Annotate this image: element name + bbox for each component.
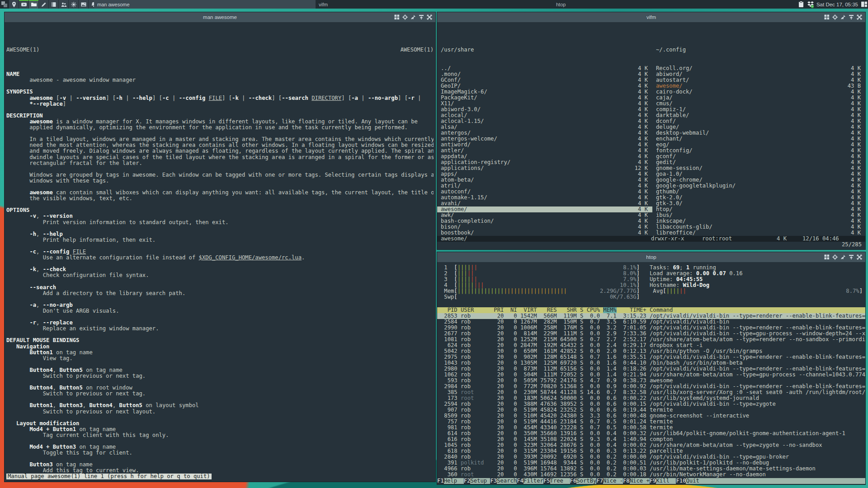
vifm-file-row[interactable]: enchant/4 K — [652, 136, 865, 142]
vifm-file-row[interactable]: aclocal/4 K — [437, 113, 652, 118]
vifm-file-row[interactable]: antler/4 K — [437, 148, 652, 154]
process-row[interactable]: 2990 rob 20 0 1006M 258M 176M S 0.0 3.2 … — [437, 325, 865, 331]
process-row[interactable]: 2984 rob 20 0 772M 70820 51368 S 0.0 0.9… — [437, 384, 865, 389]
dropbox-icon[interactable] — [807, 1, 814, 8]
process-row[interactable]: 1062 rob 20 0 504M 111M 72052 S 0.0 1.4 … — [437, 372, 865, 378]
vifm-file-row[interactable]: gtk-3.0/4 K — [652, 201, 865, 206]
vifm-file-row[interactable]: antiword/4 K — [437, 142, 652, 148]
launcher-gears-icon[interactable] — [69, 0, 78, 9]
vifm-file-row[interactable]: htop/4 K — [652, 206, 865, 212]
close-icon[interactable] — [857, 14, 862, 20]
vifm-file-row[interactable]: caja/4 K — [652, 95, 865, 101]
process-row[interactable]: 593 rob 20 0 505M 75792 24176 S 4.7 0.9 … — [437, 378, 865, 384]
launcher-video-icon[interactable] — [19, 0, 28, 9]
vifm-file-row[interactable]: application-registry/4 K — [437, 160, 652, 165]
vifm-file-row[interactable]: ../4 K — [437, 66, 652, 71]
process-row[interactable]: 391 polkitd 20 0 519M 16948 9344 S 0.0 0… — [437, 460, 865, 466]
process-row[interactable]: 2980 rob 20 0 873M 112M 65156 S 0.0 1.4 … — [437, 366, 865, 372]
process-row[interactable]: 614 rob 20 0 350M 35660 13916 S 0.0 0.4 … — [437, 431, 865, 436]
column-header-pri[interactable]: PRI — [494, 307, 504, 313]
process-row[interactable]: 1043 rob 20 0 1305M 125M 69720 S 0.0 1.6… — [437, 360, 865, 366]
column-header-ni[interactable]: NI — [507, 307, 517, 313]
vifm-file-row[interactable]: gconf/4 K — [652, 154, 865, 160]
fkey-f2[interactable]: F2Setup — [464, 478, 491, 484]
column-header-pid[interactable]: PID — [441, 307, 458, 313]
process-row[interactable]: 5042 rob 20 0 650M 161M 42852 S 0.0 2.0 … — [437, 348, 865, 354]
vifm-file-row[interactable]: antergos-welcome/4 K — [437, 136, 652, 142]
sticky-icon[interactable] — [410, 14, 416, 20]
process-row[interactable]: 616 rob 20 0 145M 35108 22024 S 9.3 0.4 … — [437, 436, 865, 442]
vifm-file-row[interactable]: PackageKit/4 K — [437, 95, 652, 101]
htop-titlebar[interactable]: htop — [437, 252, 865, 262]
process-row[interactable]: 757 rob 20 0 519M 44416 23184 S 0.7 0.5 … — [437, 419, 865, 425]
column-header-shr[interactable]: SHR — [560, 307, 577, 313]
clipboard-icon[interactable] — [797, 1, 805, 8]
column-header-mem[interactable]: MEM% — [603, 307, 616, 313]
process-row[interactable]: 8509 rob 20 0 510M 45420 24380 S 3.3 0.6… — [437, 413, 865, 419]
fkey-f7[interactable]: F7Nice - — [596, 478, 623, 484]
vifm-file-row[interactable]: goa-1.0/4 K — [652, 171, 865, 177]
vifm-file-row[interactable]: libaccounts-glib/4 K — [652, 224, 865, 230]
taskbar-item-vifm[interactable]: vifm — [316, 0, 553, 9]
process-row[interactable]: 1045 rob 20 0 323M 32064 28676 S 0.0 0.4… — [437, 442, 865, 448]
vifm-file-row[interactable]: X11/4 K — [437, 101, 652, 107]
process-row[interactable]: 907 rob 20 0 519M 45824 23252 S 0.0 0.6 … — [437, 407, 865, 413]
ontop-icon[interactable] — [832, 14, 838, 20]
fkey-f10[interactable]: F10Quit — [676, 478, 699, 484]
fkey-f4[interactable]: F4Filter — [517, 478, 543, 484]
process-row[interactable]: 2677 rob 20 0 814M 229M 111M S 0.0 2.9 7… — [437, 331, 865, 337]
floating-icon[interactable] — [824, 254, 830, 260]
awesome-menu-icon[interactable] — [1, 1, 7, 7]
vifm-file-row[interactable]: gthumb/4 K — [652, 189, 865, 195]
process-row[interactable]: 618 rob 20 0 315M 23304 19156 S 0.0 0.3 … — [437, 448, 865, 454]
vifm-file-row[interactable]: cairo-dock/4 K — [652, 89, 865, 95]
vifm-file-row[interactable]: abiword-3.0/4 K — [437, 107, 652, 113]
launcher-folder-icon[interactable] — [29, 0, 38, 9]
vifm-file-row[interactable]: alsa/4 K — [437, 124, 652, 130]
vifm-file-row[interactable]: dconf/4 K — [652, 118, 865, 124]
vifm-file-row[interactable]: abiword/4 K — [652, 71, 865, 77]
process-row[interactable]: 360 root 20 0 430M 14692 12356 S 0.0 0.2… — [437, 472, 865, 478]
vifm-file-row[interactable]: Recoll.org/4 K — [652, 66, 865, 71]
vifm-file-row[interactable]: autostart/4 K — [652, 77, 865, 83]
floating-icon[interactable] — [824, 14, 830, 20]
vifm-file-row[interactable]: awesome/43 B — [652, 83, 865, 89]
launcher-book-icon[interactable] — [49, 0, 58, 9]
vifm-file-row[interactable]: avahi/4 K — [437, 201, 652, 206]
vifm-file-row[interactable]: gtk-2.0/4 K — [652, 195, 865, 201]
launcher-pencil-icon[interactable] — [39, 0, 48, 9]
vifm-file-row[interactable]: gedit/4 K — [652, 160, 865, 165]
vifm-file-row[interactable]: applications/12 K — [437, 165, 652, 171]
process-row[interactable]: 173 root 20 0 183M 50624 50000 S 0.0 0.6… — [437, 395, 865, 401]
close-icon[interactable] — [857, 254, 862, 260]
vifm-file-row[interactable]: .mono/4 K — [437, 71, 652, 77]
vifm-file-row[interactable]: atom-beta/4 K — [437, 177, 652, 183]
launcher-image-icon[interactable] — [79, 0, 88, 9]
process-row[interactable]: 2975 rob 20 0 902M 128M 65148 S 0.7 1.6 … — [437, 354, 865, 360]
vifm-file-row[interactable]: aclocal-1.15/4 K — [437, 118, 652, 124]
process-table-header[interactable]: PID USER PRI NI VIRT RES SHR S CPU% MEM%… — [437, 307, 865, 313]
vifm-file-row[interactable]: deluge/4 K — [652, 124, 865, 130]
launcher-location-icon[interactable] — [9, 0, 19, 9]
man-titlebar[interactable]: man awesome — [5, 12, 435, 22]
fkey-f9[interactable]: F9Kill — [650, 478, 676, 484]
vifm-file-row[interactable]: cmus/4 K — [652, 101, 865, 107]
vifm-file-row[interactable]: darktable/4 K — [652, 113, 865, 118]
ontop-icon[interactable] — [402, 14, 408, 20]
vifm-file-row[interactable]: inkscape/4 K — [652, 218, 865, 224]
layout-indicator-icon[interactable] — [860, 1, 868, 8]
sticky-icon[interactable] — [840, 254, 846, 260]
vifm-file-row[interactable]: google-googletalkplugin/4 K — [652, 183, 865, 189]
vifm-file-row[interactable]: ImageMagick-6/4 K — [437, 89, 652, 95]
launcher-users-icon[interactable] — [59, 0, 68, 9]
process-row[interactable]: 2853 rob 20 0 1542M 566M 119M S 0.0 7.1 … — [437, 313, 865, 319]
vifm-file-row[interactable]: appdata/4 K — [437, 154, 652, 160]
vifm-file-row[interactable]: gnome-session/4 K — [652, 165, 865, 171]
taskbar-item-htop[interactable]: htop — [553, 0, 789, 9]
process-row[interactable]: 385 root 20 0 230M 58744 41128 S 14.6 0.… — [437, 389, 865, 395]
process-row[interactable]: 4966 rob 20 0 396M 15764 13892 S 0.0 0.2… — [437, 466, 865, 472]
vifm-file-row[interactable]: ibus/4 K — [652, 212, 865, 218]
vifm-file-row[interactable]: atril/4 K — [437, 183, 652, 189]
column-header-user[interactable]: USER — [461, 307, 491, 313]
vifm-file-row[interactable]: eog/4 K — [652, 142, 865, 148]
